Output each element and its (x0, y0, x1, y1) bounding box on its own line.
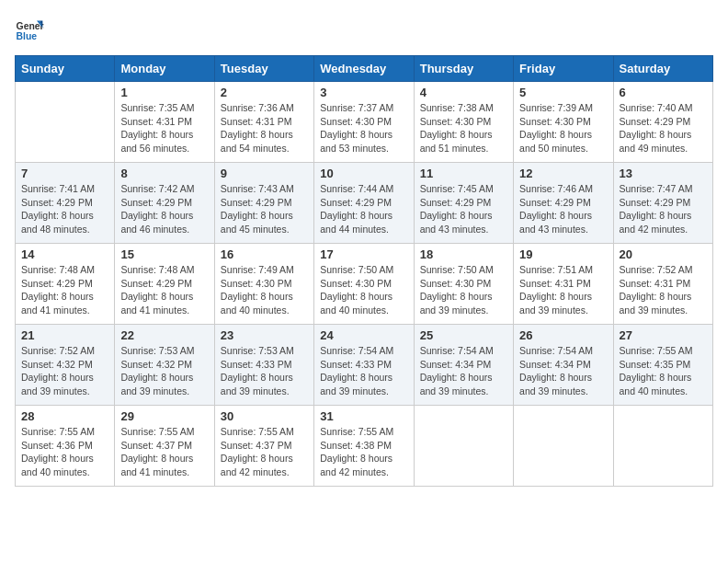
day-info: Sunrise: 7:39 AM Sunset: 4:30 PM Dayligh… (519, 101, 607, 155)
calendar-cell: 4Sunrise: 7:38 AM Sunset: 4:30 PM Daylig… (414, 82, 513, 163)
calendar-cell: 13Sunrise: 7:47 AM Sunset: 4:29 PM Dayli… (613, 163, 712, 244)
calendar-cell: 16Sunrise: 7:49 AM Sunset: 4:30 PM Dayli… (214, 244, 313, 325)
day-number: 28 (21, 409, 108, 423)
calendar-cell: 20Sunrise: 7:52 AM Sunset: 4:31 PM Dayli… (613, 244, 712, 325)
calendar-cell: 28Sunrise: 7:55 AM Sunset: 4:36 PM Dayli… (16, 406, 115, 487)
day-number: 26 (519, 328, 607, 342)
day-info: Sunrise: 7:55 AM Sunset: 4:37 PM Dayligh… (120, 425, 208, 479)
day-info: Sunrise: 7:37 AM Sunset: 4:30 PM Dayligh… (320, 101, 407, 155)
weekday-header-row: SundayMondayTuesdayWednesdayThursdayFrid… (16, 56, 713, 82)
day-info: Sunrise: 7:36 AM Sunset: 4:31 PM Dayligh… (221, 101, 308, 155)
calendar-cell: 10Sunrise: 7:44 AM Sunset: 4:29 PM Dayli… (314, 163, 414, 244)
calendar-cell: 25Sunrise: 7:54 AM Sunset: 4:34 PM Dayli… (414, 325, 513, 406)
day-number: 24 (320, 328, 407, 342)
calendar-cell: 26Sunrise: 7:54 AM Sunset: 4:34 PM Dayli… (514, 325, 613, 406)
calendar-cell: 19Sunrise: 7:51 AM Sunset: 4:31 PM Dayli… (514, 244, 613, 325)
weekday-header-cell: Wednesday (314, 56, 414, 82)
calendar-cell: 11Sunrise: 7:45 AM Sunset: 4:29 PM Dayli… (414, 163, 513, 244)
day-number: 3 (320, 86, 407, 99)
day-number: 10 (320, 167, 407, 180)
day-info: Sunrise: 7:46 AM Sunset: 4:29 PM Dayligh… (519, 182, 607, 236)
calendar-cell: 22Sunrise: 7:53 AM Sunset: 4:32 PM Dayli… (115, 325, 214, 406)
day-info: Sunrise: 7:52 AM Sunset: 4:32 PM Dayligh… (21, 344, 108, 398)
day-info: Sunrise: 7:49 AM Sunset: 4:30 PM Dayligh… (221, 263, 308, 317)
calendar-cell (16, 82, 115, 163)
day-number: 7 (21, 167, 108, 180)
day-number: 5 (519, 86, 607, 99)
day-info: Sunrise: 7:53 AM Sunset: 4:32 PM Dayligh… (120, 344, 208, 398)
day-number: 1 (120, 86, 208, 99)
day-number: 18 (420, 247, 507, 261)
day-number: 9 (221, 167, 308, 180)
calendar-week-row: 1Sunrise: 7:35 AM Sunset: 4:31 PM Daylig… (16, 82, 713, 163)
calendar-table: SundayMondayTuesdayWednesdayThursdayFrid… (15, 55, 713, 487)
calendar-cell: 12Sunrise: 7:46 AM Sunset: 4:29 PM Dayli… (514, 163, 613, 244)
day-number: 27 (620, 328, 707, 342)
day-number: 4 (420, 86, 507, 99)
calendar-cell: 14Sunrise: 7:48 AM Sunset: 4:29 PM Dayli… (16, 244, 115, 325)
weekday-header-cell: Friday (514, 56, 613, 82)
day-info: Sunrise: 7:45 AM Sunset: 4:29 PM Dayligh… (420, 182, 507, 236)
calendar-body: 1Sunrise: 7:35 AM Sunset: 4:31 PM Daylig… (16, 82, 713, 487)
calendar-cell (414, 406, 513, 487)
calendar-cell: 8Sunrise: 7:42 AM Sunset: 4:29 PM Daylig… (115, 163, 214, 244)
day-number: 21 (21, 328, 108, 342)
day-number: 6 (620, 86, 707, 99)
day-number: 16 (221, 247, 308, 261)
calendar-cell: 30Sunrise: 7:55 AM Sunset: 4:37 PM Dayli… (214, 406, 313, 487)
day-number: 29 (120, 409, 208, 423)
day-info: Sunrise: 7:51 AM Sunset: 4:31 PM Dayligh… (519, 263, 607, 317)
day-number: 2 (221, 86, 308, 99)
day-info: Sunrise: 7:55 AM Sunset: 4:38 PM Dayligh… (320, 425, 407, 479)
calendar-cell: 5Sunrise: 7:39 AM Sunset: 4:30 PM Daylig… (514, 82, 613, 163)
calendar-cell: 21Sunrise: 7:52 AM Sunset: 4:32 PM Dayli… (16, 325, 115, 406)
day-info: Sunrise: 7:40 AM Sunset: 4:29 PM Dayligh… (620, 101, 707, 155)
calendar-cell: 3Sunrise: 7:37 AM Sunset: 4:30 PM Daylig… (314, 82, 414, 163)
day-number: 31 (320, 409, 407, 423)
weekday-header-cell: Thursday (414, 56, 513, 82)
day-info: Sunrise: 7:54 AM Sunset: 4:34 PM Dayligh… (519, 344, 607, 398)
day-number: 11 (420, 167, 507, 180)
day-number: 25 (420, 328, 507, 342)
calendar-cell: 2Sunrise: 7:36 AM Sunset: 4:31 PM Daylig… (214, 82, 313, 163)
day-info: Sunrise: 7:38 AM Sunset: 4:30 PM Dayligh… (420, 101, 507, 155)
day-number: 15 (120, 247, 208, 261)
day-info: Sunrise: 7:55 AM Sunset: 4:35 PM Dayligh… (620, 344, 707, 398)
day-info: Sunrise: 7:50 AM Sunset: 4:30 PM Dayligh… (320, 263, 407, 317)
calendar-cell: 27Sunrise: 7:55 AM Sunset: 4:35 PM Dayli… (613, 325, 712, 406)
calendar-cell: 15Sunrise: 7:48 AM Sunset: 4:29 PM Dayli… (115, 244, 214, 325)
day-info: Sunrise: 7:41 AM Sunset: 4:29 PM Dayligh… (21, 182, 108, 236)
day-number: 20 (620, 247, 707, 261)
day-number: 17 (320, 247, 407, 261)
calendar-week-row: 21Sunrise: 7:52 AM Sunset: 4:32 PM Dayli… (16, 325, 713, 406)
calendar-cell: 24Sunrise: 7:54 AM Sunset: 4:33 PM Dayli… (314, 325, 414, 406)
day-number: 8 (120, 167, 208, 180)
svg-text:Blue: Blue (17, 31, 38, 41)
day-info: Sunrise: 7:50 AM Sunset: 4:30 PM Dayligh… (420, 263, 507, 317)
page-header: General Blue (15, 15, 713, 44)
day-info: Sunrise: 7:48 AM Sunset: 4:29 PM Dayligh… (120, 263, 208, 317)
day-info: Sunrise: 7:43 AM Sunset: 4:29 PM Dayligh… (221, 182, 308, 236)
weekday-header-cell: Tuesday (214, 56, 313, 82)
calendar-cell: 17Sunrise: 7:50 AM Sunset: 4:30 PM Dayli… (314, 244, 414, 325)
weekday-header-cell: Monday (115, 56, 214, 82)
calendar-cell: 1Sunrise: 7:35 AM Sunset: 4:31 PM Daylig… (115, 82, 214, 163)
day-info: Sunrise: 7:55 AM Sunset: 4:36 PM Dayligh… (21, 425, 108, 479)
calendar-cell: 23Sunrise: 7:53 AM Sunset: 4:33 PM Dayli… (214, 325, 313, 406)
day-info: Sunrise: 7:53 AM Sunset: 4:33 PM Dayligh… (221, 344, 308, 398)
calendar-cell: 29Sunrise: 7:55 AM Sunset: 4:37 PM Dayli… (115, 406, 214, 487)
calendar-cell: 9Sunrise: 7:43 AM Sunset: 4:29 PM Daylig… (214, 163, 313, 244)
calendar-week-row: 7Sunrise: 7:41 AM Sunset: 4:29 PM Daylig… (16, 163, 713, 244)
weekday-header-cell: Sunday (16, 56, 115, 82)
day-info: Sunrise: 7:35 AM Sunset: 4:31 PM Dayligh… (120, 101, 208, 155)
day-number: 13 (620, 167, 707, 180)
day-info: Sunrise: 7:54 AM Sunset: 4:33 PM Dayligh… (320, 344, 407, 398)
day-number: 12 (519, 167, 607, 180)
weekday-header-cell: Saturday (613, 56, 712, 82)
day-info: Sunrise: 7:52 AM Sunset: 4:31 PM Dayligh… (620, 263, 707, 317)
calendar-week-row: 28Sunrise: 7:55 AM Sunset: 4:36 PM Dayli… (16, 406, 713, 487)
day-number: 19 (519, 247, 607, 261)
day-info: Sunrise: 7:55 AM Sunset: 4:37 PM Dayligh… (221, 425, 308, 479)
day-info: Sunrise: 7:47 AM Sunset: 4:29 PM Dayligh… (620, 182, 707, 236)
day-info: Sunrise: 7:44 AM Sunset: 4:29 PM Dayligh… (320, 182, 407, 236)
